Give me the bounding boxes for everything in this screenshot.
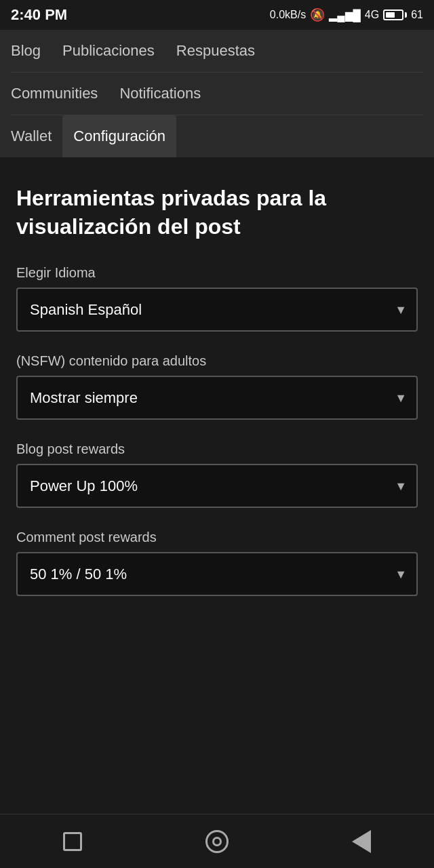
home-icon	[205, 830, 229, 853]
mute-icon: 🔕	[310, 7, 325, 22]
main-content: Herramientas privadas para la visualizac…	[0, 157, 434, 724]
language-select[interactable]: Spanish Español English French German	[16, 288, 418, 332]
blog-rewards-select[interactable]: Power Up 100% 50% / 50% Decline Payout	[16, 464, 418, 508]
network-speed: 0.0kB/s	[270, 9, 306, 21]
recent-apps-button[interactable]	[52, 821, 93, 862]
tab-notifications[interactable]: Notifications	[108, 73, 212, 115]
comment-rewards-select-wrapper: 50 1% / 50 1% Power Up 100% Decline Payo…	[16, 552, 418, 596]
nav-tabs: Blog Publicaciones Respuestas Communitie…	[0, 30, 434, 157]
comment-rewards-label: Comment post rewards	[16, 530, 418, 545]
nsfw-label: (NSFW) contenido para adultos	[16, 353, 418, 369]
language-select-wrapper: Spanish Español English French German ▼	[16, 288, 418, 332]
status-bar: 2:40 PM 0.0kB/s 🔕 ▂▄▆█ 4G 61	[0, 0, 434, 30]
bottom-nav	[0, 814, 434, 868]
back-icon	[352, 830, 371, 853]
form-group-language: Elegir Idioma Spanish Español English Fr…	[16, 265, 418, 332]
nsfw-select-wrapper: Mostrar siempre Ocultar Mostrar con adve…	[16, 376, 418, 420]
status-icons: 0.0kB/s 🔕 ▂▄▆█ 4G 61	[270, 7, 423, 22]
tab-communities[interactable]: Communities	[11, 73, 108, 115]
nav-row-3: Wallet Configuración	[11, 115, 423, 157]
comment-rewards-select[interactable]: 50 1% / 50 1% Power Up 100% Decline Payo…	[16, 552, 418, 596]
nsfw-select[interactable]: Mostrar siempre Ocultar Mostrar con adve…	[16, 376, 418, 420]
network-type: 4G	[365, 9, 379, 21]
signal-icon: ▂▄▆█	[329, 9, 361, 22]
language-label: Elegir Idioma	[16, 265, 418, 281]
tab-wallet[interactable]: Wallet	[11, 115, 62, 157]
square-icon	[63, 832, 82, 851]
battery-icon	[383, 9, 407, 20]
blog-rewards-label: Blog post rewards	[16, 441, 418, 457]
back-button[interactable]	[341, 821, 382, 862]
battery-level: 61	[411, 9, 423, 21]
status-time: 2:40 PM	[11, 6, 67, 24]
blog-rewards-select-wrapper: Power Up 100% 50% / 50% Decline Payout ▼	[16, 464, 418, 508]
tab-respuestas[interactable]: Respuestas	[165, 30, 266, 72]
tab-publicaciones[interactable]: Publicaciones	[52, 30, 165, 72]
nav-row-1: Blog Publicaciones Respuestas	[11, 30, 423, 73]
form-group-comment-rewards: Comment post rewards 50 1% / 50 1% Power…	[16, 530, 418, 596]
section-title: Herramientas privadas para la visualizac…	[16, 184, 418, 241]
tab-configuracion[interactable]: Configuración	[62, 115, 176, 157]
tab-blog[interactable]: Blog	[11, 30, 52, 72]
home-button[interactable]	[197, 821, 237, 862]
form-group-blog-rewards: Blog post rewards Power Up 100% 50% / 50…	[16, 441, 418, 508]
nav-row-2: Communities Notifications	[11, 73, 423, 115]
form-group-nsfw: (NSFW) contenido para adultos Mostrar si…	[16, 353, 418, 420]
